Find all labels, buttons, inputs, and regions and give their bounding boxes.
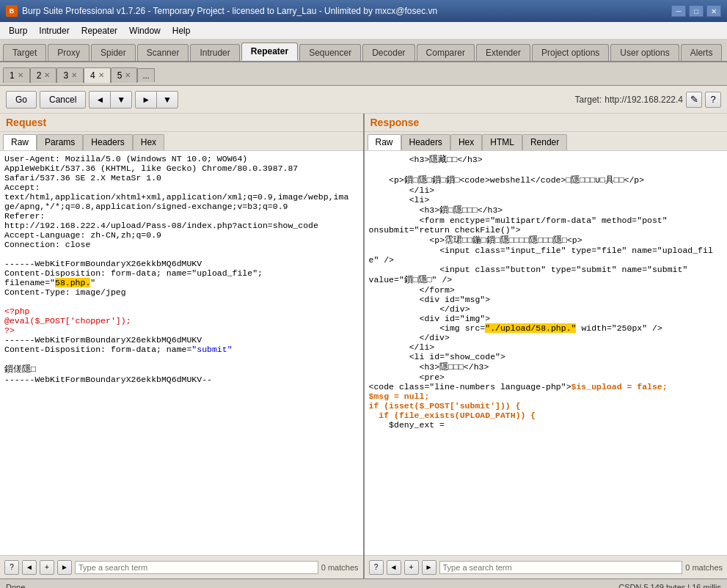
request-tab-params[interactable]: Params <box>37 134 83 150</box>
request-header: Request <box>0 114 363 132</box>
request-tabs: Raw Params Headers Hex <box>0 132 363 151</box>
tab-decoder[interactable]: Decoder <box>362 44 414 61</box>
next-dropdown-button[interactable]: ▼ <box>156 91 178 109</box>
prev-dropdown-button[interactable]: ▼ <box>110 91 132 109</box>
menu-repeater[interactable]: Repeater <box>76 24 123 37</box>
request-search-next-button[interactable]: + <box>40 560 54 575</box>
close-tab-4-icon[interactable]: ✕ <box>98 71 104 79</box>
close-button[interactable]: ✕ <box>706 5 721 17</box>
menu-intruder[interactable]: Intruder <box>33 24 75 37</box>
response-tab-html[interactable]: HTML <box>482 134 522 150</box>
response-tab-raw[interactable]: Raw <box>368 134 401 150</box>
status-right: CSDN 5,149 bytes | 16 millis <box>618 583 721 589</box>
tab-comparer[interactable]: Comparer <box>417 44 475 61</box>
close-tab-3-icon[interactable]: ✕ <box>71 71 77 79</box>
tab-sequencer[interactable]: Sequencer <box>299 44 361 61</box>
next-nav-group: ► ▼ <box>135 91 178 109</box>
response-search-help-button[interactable]: ? <box>369 560 384 575</box>
request-panel: Request Raw Params Headers Hex User-Agen… <box>0 114 365 578</box>
response-search-bar: ? ◄ + ► 0 matches <box>365 555 728 578</box>
request-tab-hex[interactable]: Hex <box>133 134 164 150</box>
response-panel: Response Raw Headers Hex HTML Render <h3… <box>365 114 728 578</box>
tab-repeater[interactable]: Repeater <box>241 43 298 61</box>
response-content[interactable]: <h3>隱藏□□</h3> <p>鎻□隱□鎻□鎻□<code>webshell<… <box>365 151 728 555</box>
target-label: Target: http://192.168.222.4 ✎ ? <box>575 92 721 108</box>
prev-button[interactable]: ◄ <box>89 91 111 109</box>
request-match-count: 0 matches <box>321 563 359 572</box>
more-tabs-button[interactable]: ... <box>137 68 154 82</box>
repeater-tab-bar: 1 ✕ 2 ✕ 3 ✕ 4 ✕ 5 ✕ ... <box>0 62 727 86</box>
request-search-input[interactable] <box>75 561 318 574</box>
status-bar: Done CSDN 5,149 bytes | 16 millis <box>0 578 727 588</box>
request-tab-headers[interactable]: Headers <box>83 134 132 150</box>
prev-nav-group: ◄ ▼ <box>89 91 132 109</box>
close-tab-1-icon[interactable]: ✕ <box>18 71 23 79</box>
tab-spider[interactable]: Spider <box>91 44 136 61</box>
go-button[interactable]: Go <box>6 91 37 109</box>
tab-proxy[interactable]: Proxy <box>48 44 89 61</box>
repeater-tab-4[interactable]: 4 ✕ <box>84 67 111 83</box>
tab-user-options[interactable]: User options <box>610 44 679 61</box>
response-search-input[interactable] <box>439 561 683 574</box>
repeater-tab-2[interactable]: 2 ✕ <box>30 67 57 83</box>
tab-project-options[interactable]: Project options <box>532 44 609 61</box>
window-controls[interactable]: ─ □ ✕ <box>671 5 721 17</box>
response-search-options-button[interactable]: ► <box>422 560 436 575</box>
help-button[interactable]: ? <box>705 92 721 108</box>
app-icon: B <box>6 5 18 17</box>
toolbar: Go Cancel ◄ ▼ ► ▼ Target: http://192.168… <box>0 86 727 114</box>
request-search-help-button[interactable]: ? <box>4 560 19 575</box>
edit-target-button[interactable]: ✎ <box>686 92 702 108</box>
tab-alerts[interactable]: Alerts <box>681 44 723 61</box>
response-title: Response <box>370 117 420 128</box>
tab-target[interactable]: Target <box>3 44 46 61</box>
response-match-count: 0 matches <box>685 563 723 572</box>
maximize-button[interactable]: □ <box>689 5 704 17</box>
next-button[interactable]: ► <box>135 91 157 109</box>
close-tab-2-icon[interactable]: ✕ <box>44 71 50 79</box>
response-header: Response <box>365 114 728 132</box>
menu-help[interactable]: Help <box>167 24 197 37</box>
response-search-prev-button[interactable]: ◄ <box>387 560 401 575</box>
tab-intruder[interactable]: Intruder <box>190 44 239 61</box>
request-search-prev-button[interactable]: ◄ <box>22 560 37 575</box>
request-title: Request <box>6 117 46 128</box>
response-search-next-button[interactable]: + <box>404 560 419 575</box>
tab-scanner[interactable]: Scanner <box>137 44 189 61</box>
response-tabs: Raw Headers Hex HTML Render <box>365 132 728 151</box>
main-tab-bar: Target Proxy Spider Scanner Intruder Rep… <box>0 40 727 62</box>
request-tab-raw[interactable]: Raw <box>3 134 37 150</box>
app-title: Burp Suite Professional v1.7.26 - Tempor… <box>22 6 437 16</box>
cancel-button[interactable]: Cancel <box>40 91 86 109</box>
repeater-tab-5[interactable]: 5 ✕ <box>111 67 138 83</box>
menu-window[interactable]: Window <box>123 24 167 37</box>
response-tab-render[interactable]: Render <box>522 134 567 150</box>
target-value: http://192.168.222.4 <box>604 95 683 105</box>
minimize-button[interactable]: ─ <box>671 5 686 17</box>
response-tab-headers[interactable]: Headers <box>401 134 450 150</box>
response-tab-hex[interactable]: Hex <box>450 134 482 150</box>
menu-burp[interactable]: Burp <box>3 24 33 37</box>
target-text: Target: <box>575 95 602 105</box>
request-content[interactable]: User-Agent: Mozilla/5.0 (Windows NT 10.0… <box>0 151 363 555</box>
tab-extender[interactable]: Extender <box>476 44 530 61</box>
status-text: Done <box>6 583 25 589</box>
repeater-tab-1[interactable]: 1 ✕ <box>3 67 30 83</box>
request-search-bar: ? ◄ + ► 0 matches <box>0 555 363 578</box>
title-bar: B Burp Suite Professional v1.7.26 - Temp… <box>0 0 727 22</box>
menu-bar: Burp Intruder Repeater Window Help <box>0 22 727 40</box>
main-content: Request Raw Params Headers Hex User-Agen… <box>0 114 727 578</box>
close-tab-5-icon[interactable]: ✕ <box>125 71 131 79</box>
repeater-tab-3[interactable]: 3 ✕ <box>56 67 84 83</box>
request-search-options-button[interactable]: ► <box>57 560 72 575</box>
